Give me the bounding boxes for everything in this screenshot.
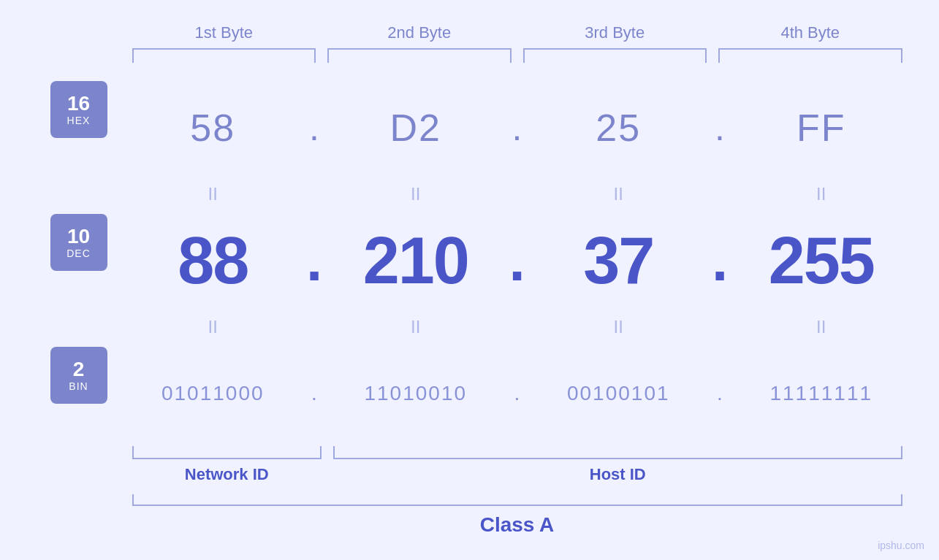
- eq-2-3: II: [532, 317, 706, 337]
- dot-hex-3: .: [705, 110, 734, 146]
- bin-val-4: 11111111: [734, 382, 908, 405]
- eq-2-4: II: [734, 317, 908, 337]
- hex-badge-num: 16: [67, 93, 90, 115]
- dec-badge: 10 DEC: [50, 214, 107, 271]
- bracket-3: [523, 48, 707, 63]
- dec-val-3: 37: [532, 223, 706, 299]
- hex-val-4: FF: [734, 106, 908, 150]
- hex-badge: 16 HEX: [50, 81, 107, 138]
- hex-badge-base: HEX: [67, 115, 91, 126]
- bin-val-3: 00100101: [532, 382, 706, 405]
- dot-bin-2: .: [503, 383, 532, 404]
- dec-badge-num: 10: [67, 226, 90, 248]
- class-a-label: Class A: [480, 513, 555, 537]
- hex-row: 58 . D2 . 25 . FF: [126, 106, 908, 150]
- dec-val-1: 88: [126, 223, 300, 299]
- dot-hex-2: .: [503, 110, 532, 146]
- bracket-4: [718, 48, 902, 63]
- dot-bin-3: .: [705, 383, 734, 404]
- byte-header-1: 1st Byte: [126, 23, 322, 48]
- hex-val-2: D2: [329, 106, 503, 150]
- dot-dec-3: .: [705, 231, 734, 290]
- bin-val-2: 11010010: [329, 382, 503, 405]
- bracket-2: [327, 48, 512, 63]
- main-container: 1st Byte 2nd Byte 3rd Byte 4th Byte 16 H…: [31, 23, 908, 537]
- dec-val-2: 210: [329, 223, 503, 299]
- dot-dec-2: .: [503, 231, 532, 290]
- bin-row: 01011000 . 11010010 . 00100101 . 1111111…: [126, 382, 908, 405]
- host-id-label: Host ID: [590, 465, 646, 484]
- byte-header-4: 4th Byte: [712, 23, 908, 48]
- network-id-label: Network ID: [185, 465, 269, 484]
- dec-row: 88 . 210 . 37 . 255: [126, 223, 908, 299]
- byte-header-2: 2nd Byte: [322, 23, 517, 48]
- hex-val-1: 58: [126, 106, 300, 150]
- dec-val-4: 255: [734, 223, 908, 299]
- bin-badge-base: BIN: [69, 380, 88, 392]
- dec-badge-base: DEC: [66, 248, 91, 259]
- eq-1-4: II: [734, 184, 908, 204]
- dot-bin-1: .: [300, 383, 329, 404]
- bin-val-1: 01011000: [126, 382, 300, 405]
- eq-1-1: II: [126, 184, 300, 204]
- dot-hex-1: .: [300, 110, 329, 146]
- watermark: ipshu.com: [878, 540, 924, 551]
- eq-2-1: II: [126, 317, 300, 337]
- bracket-1: [132, 48, 316, 63]
- hex-val-3: 25: [532, 106, 706, 150]
- equals-row-2: II II II II: [126, 317, 908, 337]
- eq-1-2: II: [329, 184, 503, 204]
- bin-badge: 2 BIN: [50, 347, 107, 404]
- host-bracket-line: [333, 446, 902, 459]
- eq-2-2: II: [329, 317, 503, 337]
- network-bracket-line: [132, 446, 322, 459]
- class-bracket-line: [132, 494, 902, 506]
- eq-1-3: II: [532, 184, 706, 204]
- equals-row-1: II II II II: [126, 184, 908, 204]
- bin-badge-num: 2: [73, 358, 85, 381]
- dot-dec-1: .: [300, 231, 329, 290]
- byte-header-3: 3rd Byte: [517, 23, 713, 48]
